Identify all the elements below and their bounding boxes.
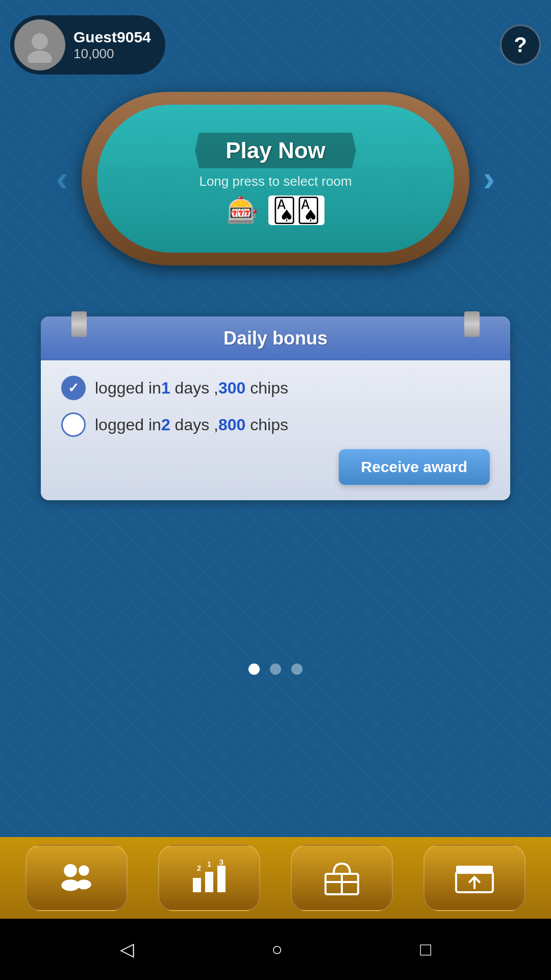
bonus-row-1-text: logged in1 days ,300 chips bbox=[95, 379, 288, 398]
receive-award-button[interactable]: Receive award bbox=[339, 449, 490, 485]
bonus-panel: Daily bonus logged in1 days ,300 chips l… bbox=[41, 316, 510, 500]
username: Guest9054 bbox=[73, 29, 151, 46]
svg-rect-6 bbox=[193, 878, 201, 892]
poker-table-inner: Play Now Long press to select room 🎰 🂡🂡 bbox=[97, 105, 454, 253]
bonus-title: Daily bonus bbox=[223, 328, 328, 349]
svg-rect-7 bbox=[205, 872, 213, 892]
shop-nav-button[interactable] bbox=[291, 845, 393, 911]
shop-icon bbox=[321, 857, 362, 898]
long-press-hint: Long press to select room bbox=[199, 174, 352, 189]
archive-nav-button[interactable] bbox=[423, 845, 525, 911]
recent-button[interactable]: □ bbox=[420, 939, 432, 960]
user-panel: Guest9054 10,000 bbox=[10, 15, 165, 75]
header: Guest9054 10,000 ? bbox=[10, 15, 541, 75]
svg-point-1 bbox=[28, 51, 52, 63]
dots-indicator bbox=[0, 664, 551, 675]
back-button[interactable]: ◁ bbox=[120, 939, 134, 960]
user-info: Guest9054 10,000 bbox=[73, 29, 151, 62]
poker-chips-icon: 🎰 bbox=[227, 195, 258, 225]
cards-icon: 🂡🂡 bbox=[268, 195, 324, 225]
home-button[interactable]: ○ bbox=[271, 939, 283, 960]
play-now-banner: Play Now bbox=[195, 133, 356, 168]
svg-point-4 bbox=[79, 865, 89, 876]
dot-1 bbox=[248, 664, 260, 675]
svg-rect-8 bbox=[217, 866, 226, 892]
poker-table[interactable]: ‹ Play Now Long press to select room 🎰 🂡… bbox=[82, 92, 469, 265]
leaderboard-icon: 2 1 3 bbox=[189, 857, 230, 898]
svg-text:1: 1 bbox=[207, 860, 211, 868]
bonus-body: logged in1 days ,300 chips logged in2 da… bbox=[41, 360, 510, 500]
table-items: 🎰 🂡🂡 bbox=[227, 195, 324, 225]
svg-rect-16 bbox=[456, 866, 493, 874]
help-button[interactable]: ? bbox=[500, 24, 541, 65]
svg-point-2 bbox=[64, 864, 77, 877]
check-icon-1 bbox=[61, 376, 86, 400]
check-icon-2 bbox=[61, 412, 86, 437]
avatar bbox=[14, 19, 65, 70]
leaderboard-nav-button[interactable]: 2 1 3 bbox=[158, 845, 260, 911]
friends-icon bbox=[56, 857, 97, 898]
table-arrow-right[interactable]: › bbox=[483, 158, 495, 199]
svg-text:3: 3 bbox=[219, 858, 223, 866]
chip-count: 10,000 bbox=[73, 46, 151, 62]
friends-nav-button[interactable] bbox=[26, 845, 128, 911]
bonus-row-1: logged in1 days ,300 chips bbox=[61, 376, 490, 400]
bonus-row-2: logged in2 days ,800 chips bbox=[61, 412, 490, 437]
bottom-nav: 2 1 3 bbox=[0, 837, 551, 919]
play-now-text: Play Now bbox=[226, 138, 325, 163]
bonus-header: Daily bonus bbox=[41, 316, 510, 360]
bonus-row-2-text: logged in2 days ,800 chips bbox=[95, 415, 288, 434]
table-container: ‹ Play Now Long press to select room 🎰 🂡… bbox=[41, 92, 510, 265]
svg-point-5 bbox=[77, 879, 91, 889]
archive-icon bbox=[454, 857, 495, 898]
svg-point-0 bbox=[32, 33, 48, 50]
dot-2 bbox=[270, 664, 281, 675]
android-nav: ◁ ○ □ bbox=[0, 919, 551, 980]
dot-3 bbox=[291, 664, 303, 675]
svg-text:2: 2 bbox=[197, 864, 201, 872]
table-arrow-left[interactable]: ‹ bbox=[56, 158, 68, 199]
